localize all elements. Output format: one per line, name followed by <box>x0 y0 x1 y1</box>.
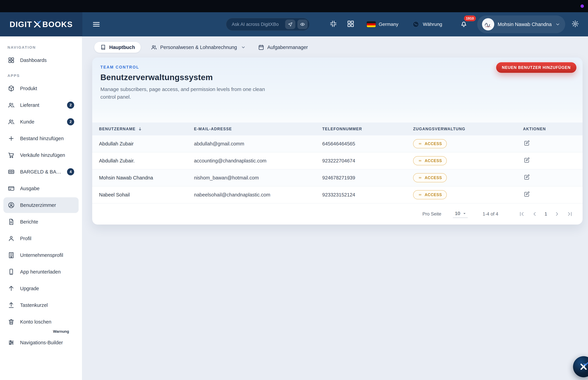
next-page-icon <box>554 211 560 217</box>
per-page-label: Pro Seite <box>422 211 441 217</box>
tab-personalwesen-lohnabrechnung[interactable]: Personalwesen & Lohnabrechnung <box>149 42 248 53</box>
sidebar-section-label: APPS <box>0 74 82 78</box>
arrow-up-icon <box>8 285 15 292</box>
sidebar-item-label: Profil <box>20 236 31 241</box>
phone-cell: 924678271939 <box>322 175 413 181</box>
tab-hauptbuch[interactable]: Hauptbuch <box>94 42 141 53</box>
sidebar-item-benutzerzimmer[interactable]: Benutzerzimmer <box>3 197 79 213</box>
apps-grid-icon <box>347 20 355 28</box>
sidebar-item-kunde[interactable]: Kunde2 <box>3 114 79 130</box>
compress-icon <box>329 20 337 28</box>
sidebar-item-unternehmensprofil[interactable]: Unternehmensprofil <box>3 247 79 263</box>
sidebar-section-label: NAVIGATION <box>0 45 82 50</box>
sidebar-item-label: Upgrade <box>20 286 39 291</box>
notification-count-badge: 1910 <box>464 16 476 21</box>
column-label: BENUTZERNAME <box>99 127 136 131</box>
page-subtitle: Manage subscribers, page access, and per… <box>100 85 270 101</box>
edit-user-button[interactable] <box>523 174 531 182</box>
sidebar-item-tastenkurzel[interactable]: Tastenkurzel <box>3 297 79 313</box>
book-icon <box>100 44 106 50</box>
broadcast-icon <box>418 175 422 180</box>
settings-button[interactable] <box>571 20 579 29</box>
ai-send-button[interactable] <box>285 19 295 29</box>
sidebar-item-bargeld-bank[interactable]: BARGELD & BANK4 <box>3 164 79 180</box>
user-name-cell: Mohsin Nawab Chandna <box>99 175 194 181</box>
column-header-benutzername[interactable]: BENUTZERNAME <box>99 127 194 131</box>
access-label: ACCESS <box>425 192 442 197</box>
broadcast-icon <box>418 192 422 197</box>
tab-label: Hauptbuch <box>109 45 135 50</box>
user-menu[interactable]: Mohsin Nawab Chandna <box>477 16 565 33</box>
first-page-button[interactable] <box>517 209 526 218</box>
sidebar-item-label: App herunterladen <box>20 269 61 275</box>
sidebar-item-label: Navigations-Builder <box>20 340 63 345</box>
sidebar-item-konto-loschen[interactable]: Konto loschen <box>3 314 79 330</box>
actions-cell <box>523 140 583 148</box>
current-page: 1 <box>544 211 547 217</box>
sidebar-item-label: BARGELD & BANK <box>20 169 62 175</box>
cart-icon <box>8 152 15 158</box>
sidebar-item-bestand-hinzufügen[interactable]: Bestand hinzufügen <box>3 131 79 146</box>
country-selector[interactable]: Germany <box>367 21 398 27</box>
per-page-select[interactable]: 10 <box>453 210 468 218</box>
tab-label: Aufgabenmanager <box>267 45 308 50</box>
sidebar-item-lieferant[interactable]: Lieferant2 <box>3 97 79 113</box>
previous-page-icon <box>531 211 538 217</box>
sidebar-item-profil[interactable]: Profil <box>3 231 79 246</box>
sidebar-item-app-herunterladen[interactable]: App herunterladen <box>3 264 79 280</box>
sidebar-item-upgrade[interactable]: Upgrade <box>3 281 79 296</box>
table-row: Mohsin Nawab Chandnanishom_bawan@hotmail… <box>92 170 583 187</box>
tab-aufgabenmanager[interactable]: Aufgabenmanager <box>256 42 310 53</box>
edit-user-button[interactable] <box>523 140 531 148</box>
last-page-button[interactable] <box>566 209 574 218</box>
currency-selector[interactable]: Währung <box>412 20 442 28</box>
logo-block[interactable]: DIGIT BOOKS <box>0 12 82 37</box>
sidebar-item-label: Bestand hinzufügen <box>20 136 64 141</box>
currency-label: Währung <box>423 22 442 27</box>
column-label: TELEFONNUMMER <box>322 127 362 131</box>
count-badge: 2 <box>67 102 74 109</box>
ai-search-bar <box>226 18 310 31</box>
compress-view-button[interactable] <box>329 20 337 29</box>
gear-icon <box>571 20 579 28</box>
access-button[interactable]: ACCESS <box>413 190 447 199</box>
phone-cell: 923222704674 <box>322 158 413 164</box>
edit-user-button[interactable] <box>523 191 531 198</box>
notifications-button[interactable]: 1910 <box>460 20 468 29</box>
sidebar-item-dashboards[interactable]: Dashboards <box>3 52 79 68</box>
access-button[interactable]: ACCESS <box>413 139 447 148</box>
search-input[interactable] <box>232 22 283 27</box>
calendar-icon <box>258 44 264 50</box>
broadcast-icon <box>418 158 422 163</box>
users-icon <box>8 118 15 125</box>
sidebar-item-produkt[interactable]: Produkt <box>3 81 79 96</box>
phone-cell: 923323152124 <box>322 192 413 198</box>
sidebar-item-label: Dashboards <box>20 57 47 63</box>
search-visibility-button[interactable] <box>297 19 308 29</box>
sidebar-item-label: Unternehmensprofil <box>20 252 63 258</box>
sidebar-item-berichte[interactable]: Berichte <box>3 214 79 230</box>
access-button[interactable]: ACCESS <box>413 156 447 165</box>
apps-grid-button[interactable] <box>347 20 355 29</box>
edit-user-button[interactable] <box>523 157 531 165</box>
chevron-down-icon <box>241 45 246 50</box>
edit-icon <box>524 191 530 197</box>
column-label: AKTIONEN <box>523 127 546 131</box>
access-button[interactable]: ACCESS <box>413 173 447 182</box>
plus-icon <box>8 135 15 142</box>
column-label: ZUGANGSVERWALTUNG <box>413 127 465 131</box>
top-header: DIGIT BOOKS <box>0 12 588 37</box>
previous-page-button[interactable] <box>530 209 539 218</box>
logo-x-icon <box>33 20 42 28</box>
menu-toggle-button[interactable] <box>92 20 101 29</box>
next-page-button[interactable] <box>553 209 561 218</box>
email-cell: accounting@chandnaplastic.com <box>194 158 322 164</box>
phone-cell: 645646464565 <box>322 141 413 147</box>
sidebar-item-verkäufe-hinzufügen[interactable]: Verkäufe hinzufügen <box>3 147 79 163</box>
actions-cell <box>523 191 583 199</box>
add-user-button[interactable]: NEUEN BENUTZER HINZUFÜGEN <box>496 62 576 73</box>
sidebar-item-ausgabe[interactable]: Ausgabe <box>3 181 79 196</box>
range-text: 1-4 of 4 <box>483 211 498 217</box>
email-cell: nishom_bawan@hotmail.com <box>194 175 322 181</box>
sidebar-item-navigations-builder[interactable]: Navigations-Builder <box>3 335 79 350</box>
